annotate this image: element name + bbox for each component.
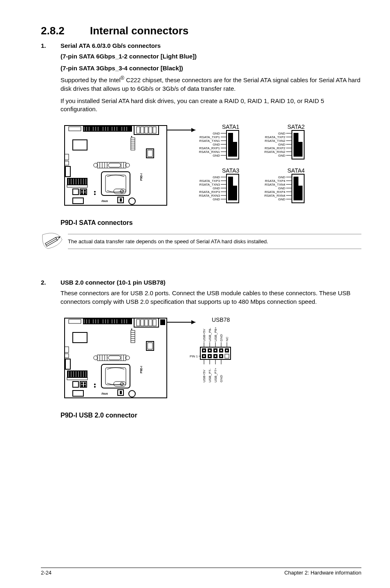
svg-text:RSATA_RXN2: RSATA_RXN2 (264, 150, 286, 154)
svg-rect-171 (148, 343, 152, 349)
item-1-number: 1. (41, 42, 61, 117)
svg-text:GND: GND (278, 175, 285, 179)
svg-point-169 (131, 328, 132, 330)
pin1-label: PIN 1 (190, 355, 198, 358)
page-footer: 2-24 Chapter 2: Hardware information (41, 568, 361, 576)
note-block: The actual data transfer rate depends on… (41, 232, 361, 250)
usb-diagram: /isus P9D-I USB78 USB+5V USB_P8- USB_P8+ (61, 314, 361, 419)
svg-rect-174 (65, 354, 69, 358)
svg-text:RSATA_TXP4: RSATA_TXP4 (265, 179, 285, 183)
item-1-para1-a: Supported by the Intel (61, 76, 121, 83)
svg-rect-20 (141, 127, 144, 133)
svg-point-236 (215, 350, 216, 351)
svg-rect-36 (65, 154, 69, 160)
usb78-label: USB78 (212, 316, 230, 323)
svg-rect-175 (65, 347, 69, 352)
svg-text:RSATA_TXN2: RSATA_TXN2 (265, 139, 286, 143)
svg-rect-210 (73, 391, 83, 396)
usb-diagram-caption: P9D-I USB 2.0 connector (61, 412, 361, 419)
svg-text:RSATA_TXP2: RSATA_TXP2 (265, 135, 285, 139)
svg-rect-160 (149, 319, 152, 326)
svg-rect-2 (83, 126, 132, 132)
svg-text:USB_P7+: USB_P7+ (214, 368, 217, 382)
svg-rect-58 (73, 189, 78, 195)
item-2-number: 2. (41, 279, 61, 310)
svg-rect-61 (84, 190, 86, 192)
svg-point-207 (129, 391, 135, 397)
svg-text:USB+5V: USB+5V (202, 328, 206, 341)
item-1: 1. Serial ATA 6.0/3.0 Gb/s connectors (7… (41, 42, 361, 117)
item-1-title: Serial ATA 6.0/3.0 Gb/s connectors (61, 42, 361, 49)
sata-diagram: /isus P9D-I SATA1 G (61, 121, 361, 227)
svg-text:GND: GND (213, 197, 220, 201)
svg-text:RSATA_RXP4: RSATA_RXP4 (264, 190, 285, 194)
svg-text:GND: GND (213, 132, 220, 135)
svg-point-68 (129, 198, 135, 204)
svg-point-204 (94, 386, 96, 388)
svg-point-241 (215, 355, 216, 357)
svg-point-239 (203, 355, 205, 357)
section-heading: 2.8.2 Internal connectors (41, 25, 361, 37)
svg-text:GND: GND (220, 375, 223, 382)
svg-rect-34 (65, 166, 70, 177)
svg-rect-200 (84, 382, 86, 384)
svg-rect-71 (73, 198, 83, 204)
svg-text:GND: GND (213, 154, 220, 157)
svg-rect-158 (141, 319, 144, 326)
svg-rect-233 (225, 354, 229, 358)
svg-text:GND: GND (213, 143, 220, 146)
svg-rect-62 (81, 192, 83, 194)
svg-text:USB_P8+: USB_P8+ (214, 327, 217, 341)
svg-text:RSATA_TXN1: RSATA_TXN1 (199, 139, 220, 143)
board-brand-2: /isus (101, 392, 108, 395)
svg-text:USB+5V: USB+5V (202, 369, 206, 382)
item-1-para2: If you installed Serial ATA hard disk dr… (61, 97, 361, 114)
svg-text:RSATA_TXP1: RSATA_TXP1 (199, 135, 220, 139)
svg-text:USB_P8-: USB_P8- (208, 328, 212, 341)
svg-point-240 (209, 355, 211, 357)
svg-text:GND: GND (278, 186, 285, 190)
svg-point-242 (220, 355, 222, 357)
item-1-sub2: (7-pin SATA 3Gbps_3-4 connector [Black]) (61, 65, 361, 72)
svg-text:RSATA_RXP2: RSATA_RXP2 (264, 146, 285, 150)
svg-text:RSATA_TXN4: RSATA_TXN4 (265, 183, 286, 186)
sata-diagram-caption: P9D-I SATA connectors (61, 219, 361, 227)
svg-text:RSATA_RXN4: RSATA_RXN4 (264, 194, 286, 197)
svg-marker-206 (120, 391, 122, 394)
svg-text:USB_P7-: USB_P7- (208, 368, 212, 382)
svg-line-137 (46, 239, 56, 245)
svg-rect-162 (160, 319, 165, 325)
svg-point-237 (220, 350, 222, 351)
item-1-para1: Supported by the Intel® C222 chipset, th… (61, 75, 361, 93)
svg-point-64 (94, 191, 96, 193)
svg-point-235 (209, 350, 211, 351)
svg-text:GND: GND (278, 143, 285, 146)
svg-rect-157 (137, 319, 140, 326)
board-label-2: P9D-I (140, 366, 143, 373)
svg-text:RSATA_RXN1: RSATA_RXN1 (199, 150, 220, 154)
sata1-label: SATA1 (222, 123, 239, 130)
svg-point-65 (94, 193, 96, 195)
note-text: The actual data transfer rate depends on… (68, 234, 361, 249)
svg-rect-21 (145, 127, 148, 133)
board-label: P9D-I (140, 173, 143, 181)
svg-text:GND: GND (213, 186, 220, 190)
svg-point-238 (226, 350, 228, 351)
pencil-icon (41, 232, 64, 250)
svg-rect-69 (114, 189, 126, 194)
svg-rect-199 (81, 382, 83, 384)
sata-connector-group: SATA1 GND RSATA_TXP1 RSATA_TXN1 GND RSAT… (199, 123, 305, 203)
section-title: Internal connectors (90, 25, 188, 37)
svg-rect-63 (84, 192, 86, 194)
svg-rect-60 (81, 190, 83, 192)
sata3-label: SATA3 (222, 167, 239, 174)
footer-page-number: 2-24 (41, 570, 52, 576)
item-2: 2. USB 2.0 connector (10-1 pin USB78) Th… (41, 279, 361, 310)
svg-rect-33 (73, 140, 87, 150)
svg-text:RSATA_RXP1: RSATA_RXP1 (199, 146, 220, 150)
usb-diagram-svg: /isus P9D-I USB78 USB+5V USB_P8- USB_P8+ (61, 314, 273, 408)
svg-rect-197 (73, 382, 78, 387)
svg-text:RSATA_RXN3: RSATA_RXN3 (199, 194, 220, 197)
svg-rect-32 (148, 150, 152, 157)
svg-text:NC: NC (225, 337, 229, 341)
